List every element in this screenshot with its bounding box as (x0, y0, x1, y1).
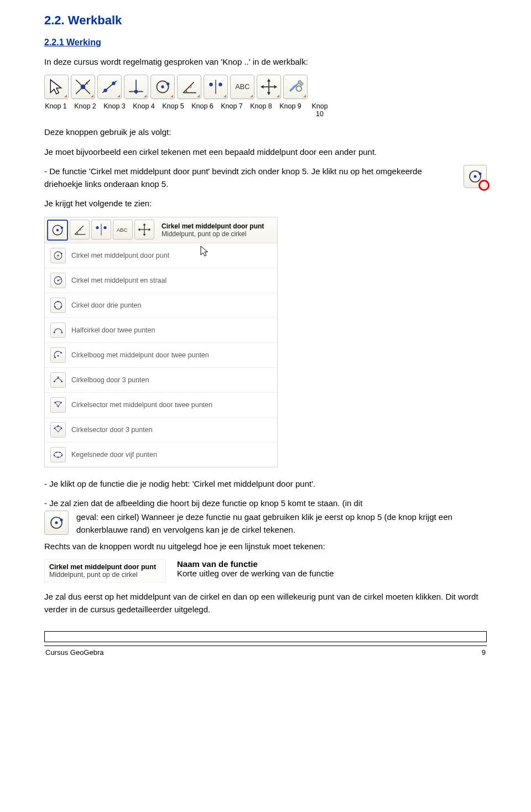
function-tooltip-desc: Naam van de functie Korte uitleg over de… (177, 559, 487, 578)
svg-text:ABC: ABC (117, 226, 128, 232)
menu-item[interactable]: Cirkel door drie punten (45, 293, 277, 318)
footer-left: Cursus GeoGebra (45, 648, 104, 657)
svg-text:α: α (79, 227, 81, 231)
svg-point-32 (56, 228, 59, 231)
tooltip-visual-sub: Middelpunt, punt op de cirkel (49, 571, 138, 579)
chevron-down-icon[interactable] (170, 95, 173, 97)
svg-point-33 (61, 226, 63, 228)
circle-radius-icon (50, 273, 66, 288)
sector-center-icon (50, 397, 66, 413)
knop-label: Knop 5 (162, 102, 185, 118)
reflect-icon (93, 222, 109, 237)
menu-item-label: Cirkel met middelpunt door punt (71, 252, 169, 259)
red-highlight-circle-icon (478, 180, 490, 191)
svg-point-2 (81, 85, 85, 89)
paragraph-step1: - De functie 'Cirkel met middelpunt door… (44, 165, 487, 191)
menu-item-label: Cirkelboog met middelpunt door twee punt… (71, 351, 209, 359)
svg-text:A: A (85, 81, 88, 86)
svg-point-72 (54, 455, 55, 456)
knop-label: Knop 2 (74, 102, 97, 118)
menu-top-text[interactable]: ABC (113, 220, 133, 240)
tool-button-3[interactable] (97, 75, 122, 99)
tool-button-7[interactable] (204, 75, 228, 99)
knop-label: Knop 3 (103, 102, 126, 118)
svg-point-54 (54, 306, 56, 308)
tool-button-4[interactable] (124, 75, 148, 99)
svg-point-78 (55, 522, 58, 524)
svg-point-70 (61, 427, 63, 429)
chevron-down-icon[interactable] (197, 95, 200, 97)
svg-point-39 (103, 226, 106, 228)
text-icon: ABC (115, 222, 131, 237)
chevron-down-icon[interactable] (303, 95, 306, 97)
menu-top-angle[interactable]: α (70, 220, 90, 240)
menu-item[interactable]: Cirkelsector door 3 punten (45, 418, 277, 443)
menu-item[interactable]: Cirkelboog met middelpunt door twee punt… (45, 343, 277, 368)
svg-point-64 (61, 381, 63, 382)
menu-item[interactable]: Cirkel met middelpunt en straal (45, 268, 277, 293)
chevron-down-icon[interactable] (144, 95, 147, 97)
text-icon: ABC (233, 77, 252, 96)
tool-button-1[interactable] (44, 75, 69, 99)
chevron-down-icon[interactable] (223, 95, 226, 97)
menu-item[interactable]: Kegelsnede door vijf punten (45, 443, 277, 467)
inline-circle-thumb (464, 165, 487, 188)
intersect-icon: A (74, 77, 92, 96)
menu-top-move[interactable] (134, 220, 154, 240)
toolbar-labels: Knop 1 Knop 2 Knop 3 Knop 4 Knop 5 Knop … (44, 102, 487, 118)
svg-point-30 (479, 172, 482, 175)
pointer-icon (47, 77, 66, 96)
menu-top-row: α ABC Cirkel met middelpunt door punt Mi… (45, 217, 277, 243)
tool-button-6[interactable]: α (177, 75, 201, 99)
chevron-down-icon[interactable] (277, 95, 279, 97)
perpendicular-icon (127, 77, 145, 96)
tool-button-10[interactable] (283, 75, 308, 99)
knop-label: Knop 4 (132, 102, 155, 118)
svg-point-6 (112, 82, 115, 85)
menu-item[interactable]: Cirkelsector met middelpunt door twee pu… (45, 393, 277, 418)
tool-button-5[interactable] (150, 75, 175, 99)
svg-point-69 (58, 425, 59, 426)
svg-point-59 (58, 355, 59, 357)
circle-center-icon (50, 248, 66, 263)
chevron-down-icon[interactable] (91, 95, 93, 97)
chevron-down-icon[interactable] (117, 95, 120, 97)
menu-top-reflect[interactable] (91, 220, 111, 240)
menu-item[interactable]: Halfcirkel door twee punten (45, 318, 277, 343)
tool-button-9[interactable] (257, 75, 281, 99)
settings-icon (286, 77, 305, 96)
circle-center-icon (48, 514, 65, 532)
menu-item[interactable]: Cirkel met middelpunt door punt (45, 243, 277, 268)
circle-center-icon (153, 77, 172, 96)
svg-marker-44 (143, 233, 145, 236)
svg-point-49 (61, 253, 63, 254)
menu-top-circle[interactable] (47, 220, 68, 241)
svg-point-62 (54, 381, 55, 382)
tool-button-8[interactable]: ABC (230, 75, 254, 99)
svg-point-68 (54, 427, 55, 429)
circle-three-icon (50, 298, 66, 313)
svg-point-11 (161, 86, 164, 89)
menu-item[interactable]: Cirkelboog door 3 punten (45, 368, 277, 393)
svg-rect-26 (298, 80, 304, 86)
knop-label: Knop 7 (220, 102, 243, 118)
svg-marker-22 (267, 79, 270, 81)
svg-point-5 (103, 89, 107, 92)
footer-empty-box (44, 631, 487, 642)
section-title: 2.2. Werkbalk (44, 13, 487, 28)
paragraph-usage-intro: Deze knoppen gebruik je als volgt: (44, 126, 487, 138)
circle-center-icon (50, 222, 65, 238)
svg-marker-46 (149, 228, 151, 231)
chevron-down-icon[interactable] (64, 95, 67, 97)
tooltip-desc-sub: Korte uitleg over de werking van de func… (177, 569, 487, 578)
svg-marker-43 (143, 223, 145, 225)
tooltip-desc-bold: Naam van de functie (177, 559, 487, 569)
svg-point-75 (61, 455, 63, 456)
chevron-down-icon[interactable] (250, 95, 253, 97)
svg-point-63 (58, 376, 59, 378)
line-icon (100, 77, 119, 96)
svg-line-14 (183, 82, 194, 93)
svg-point-12 (166, 82, 169, 85)
svg-point-55 (60, 306, 62, 308)
tool-button-2[interactable]: A (71, 75, 95, 99)
